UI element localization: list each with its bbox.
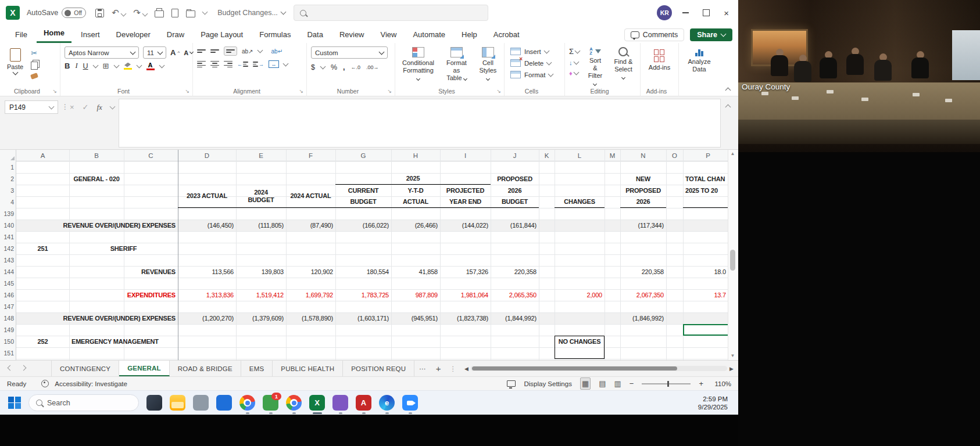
column-header-D[interactable]: D xyxy=(178,150,236,161)
normal-view-icon[interactable]: ▦ xyxy=(580,377,591,390)
display-settings-icon[interactable] xyxy=(507,380,516,387)
scroll-left-icon[interactable]: ◀ xyxy=(464,366,468,372)
collapse-ribbon-icon[interactable] xyxy=(725,88,731,93)
sheet-tab-contingency[interactable]: CONTINGENCY xyxy=(51,361,119,376)
align-top-icon[interactable] xyxy=(197,49,206,53)
column-header-C[interactable]: C xyxy=(124,150,178,161)
collapse-formula-bar-icon[interactable] xyxy=(725,105,731,110)
cell-L-150[interactable]: NO CHANGES xyxy=(555,336,605,359)
cell-G-I-2[interactable]: 2025 xyxy=(335,173,491,185)
cell-C-144[interactable]: REVENUES xyxy=(124,266,178,278)
cell-F-140[interactable]: (87,490) xyxy=(286,220,335,231)
cell-F-144[interactable]: 120,902 xyxy=(286,266,335,278)
sort-filter-button[interactable]: AZ Sort &Filter xyxy=(584,46,606,88)
alignment-dialog-launcher[interactable]: ↘ xyxy=(299,88,303,94)
cell-F-146[interactable]: 1,699,792 xyxy=(286,289,335,301)
format-as-table-button[interactable]: Format asTable xyxy=(442,46,471,82)
decrease-decimal-icon[interactable]: .00→ xyxy=(366,64,379,70)
orientation-dropdown-icon[interactable] xyxy=(257,48,263,53)
row-header-150[interactable]: 150 xyxy=(0,336,16,347)
formula-input[interactable] xyxy=(119,99,721,148)
column-header-H[interactable]: H xyxy=(391,150,440,161)
cell-G-144[interactable]: 180,554 xyxy=(335,266,391,278)
cell-styles-button[interactable]: CellStyles xyxy=(476,46,500,82)
delete-cells-button[interactable]: Delete xyxy=(509,58,555,68)
autosave-toggle[interactable]: AutoSave Off xyxy=(27,8,86,18)
sheet-tab-general[interactable]: GENERAL xyxy=(119,361,170,376)
bold-button[interactable]: B xyxy=(65,62,70,70)
next-sheet-icon[interactable] xyxy=(21,365,27,371)
cell-J-4[interactable]: BUDGET xyxy=(491,196,539,208)
row-header-144[interactable]: 144 xyxy=(0,266,16,278)
chrome-profile-2-icon[interactable] xyxy=(286,395,302,411)
settings-app-icon[interactable] xyxy=(193,395,209,411)
zoom-icon[interactable] xyxy=(402,395,418,411)
cell-J-144[interactable]: 220,358 xyxy=(491,266,539,278)
column-header-B[interactable]: B xyxy=(69,150,124,161)
new-sheet-button[interactable]: + xyxy=(431,361,446,376)
format-painter-icon[interactable] xyxy=(30,73,38,80)
ribbon-tab-formulas[interactable]: Formulas xyxy=(252,27,298,43)
decrease-indent-icon[interactable]: ← xyxy=(237,61,248,67)
cell-J-146[interactable]: 2,065,350 xyxy=(491,289,539,301)
cell-B-C-150[interactable]: EMERGENCY MANAGEMENT xyxy=(69,336,178,347)
cell-A-150[interactable]: 252 xyxy=(16,336,69,347)
row-header-147[interactable]: 147 xyxy=(0,301,16,312)
ribbon-tab-insert[interactable]: Insert xyxy=(74,27,107,43)
italic-button[interactable]: I xyxy=(75,62,77,70)
row-header-1[interactable]: 1 xyxy=(0,161,16,173)
column-header-M[interactable]: M xyxy=(605,150,620,161)
ribbon-tab-view[interactable]: View xyxy=(374,27,404,43)
avatar[interactable]: KR xyxy=(657,5,672,20)
row-header-3[interactable]: 3 xyxy=(0,185,16,196)
cell-D-144[interactable]: 113,566 xyxy=(178,266,236,278)
sheet-tab-public-health[interactable]: PUBLIC HEALTH xyxy=(273,361,343,376)
search-box[interactable] xyxy=(294,5,488,21)
cell-H-144[interactable]: 41,858 xyxy=(391,266,440,278)
scroll-up-icon[interactable]: ▲ xyxy=(728,150,737,158)
taskbar-search[interactable]: Search xyxy=(28,394,139,411)
column-header-K[interactable]: K xyxy=(539,150,555,161)
align-left-icon[interactable] xyxy=(197,61,206,67)
edge-icon[interactable]: e xyxy=(379,395,395,411)
cell-F-148[interactable]: (1,578,890) xyxy=(286,312,335,324)
increase-font-icon[interactable]: A^ xyxy=(170,48,180,57)
cut-icon[interactable]: ✂ xyxy=(31,49,38,57)
column-header-F[interactable]: F xyxy=(286,150,335,161)
cell-G-140[interactable]: (166,022) xyxy=(335,220,391,231)
cell-H-146[interactable]: 987,809 xyxy=(391,289,440,301)
accessibility-status[interactable]: Accessibility: Investigate xyxy=(55,380,127,387)
row-header-143[interactable]: 143 xyxy=(0,254,16,266)
tab-splitter[interactable]: ⋮ xyxy=(446,361,460,376)
currency-icon[interactable]: $ xyxy=(311,63,315,71)
clear-button[interactable]: ♦ xyxy=(569,70,580,77)
scroll-right-icon[interactable]: ▶ xyxy=(729,366,734,372)
cell-L-4[interactable]: CHANGES xyxy=(555,196,605,208)
document-title[interactable]: Budget Changes... xyxy=(217,9,285,17)
currency-dropdown-icon[interactable] xyxy=(320,64,326,70)
cell-E-146[interactable]: 1,519,412 xyxy=(236,289,286,301)
column-header-O[interactable]: O xyxy=(666,150,683,161)
cell-H-148[interactable]: (945,951) xyxy=(391,312,440,324)
underline-button[interactable]: U xyxy=(83,62,88,70)
row-header-2[interactable]: 2 xyxy=(0,173,16,185)
close-button[interactable]: × xyxy=(724,9,729,17)
cell-A-C-140[interactable]: REVENUE OVER/(UNDER) EXPENSES xyxy=(16,220,178,231)
page-layout-view-icon[interactable]: ▤ xyxy=(599,379,606,388)
cell-B-2[interactable]: GENERAL - 020 xyxy=(69,173,124,185)
sheet-tab-ems[interactable]: EMS xyxy=(241,361,273,376)
increase-decimal-icon[interactable]: ←.0 xyxy=(351,64,361,70)
cell-P-3[interactable]: 2025 TO 20 xyxy=(683,185,728,196)
qat-overflow-icon[interactable] xyxy=(202,9,208,15)
styles-dialog-launcher[interactable]: ↘ xyxy=(496,88,501,94)
cell-E-148[interactable]: (1,379,609) xyxy=(236,312,286,324)
row-header-146[interactable]: 146 xyxy=(0,289,16,301)
vertical-scroll-thumb[interactable] xyxy=(730,250,735,271)
format-cells-button[interactable]: Format xyxy=(509,70,555,80)
column-header-J[interactable]: J xyxy=(491,150,539,161)
column-header-P[interactable]: P xyxy=(683,150,728,161)
vertical-scrollbar[interactable]: ▲ ▼ xyxy=(728,150,737,360)
number-format-select[interactable]: Custom xyxy=(311,46,388,59)
formula-bar-grip[interactable]: ⋮ xyxy=(62,103,69,111)
sheet-tabs-overflow[interactable]: ⋯ xyxy=(414,361,431,376)
